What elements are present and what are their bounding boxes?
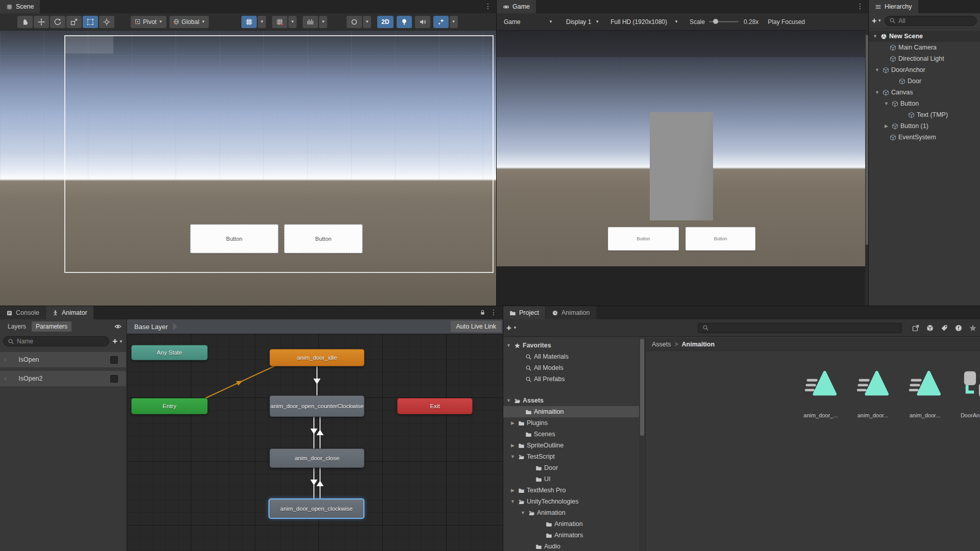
hierarchy-item-button[interactable]: ▼ Button xyxy=(869,98,980,109)
tree-item-door[interactable]: Door xyxy=(503,462,639,473)
tree-item-scenes[interactable]: Scenes xyxy=(503,429,639,440)
tree-item-animators[interactable]: Animators xyxy=(503,530,639,541)
scene-menu-kebab[interactable]: ⋮ xyxy=(484,3,492,10)
project-tree-scrollbar[interactable] xyxy=(639,338,645,551)
asset-item-dooranima[interactable]: DoorAnima... xyxy=(953,368,980,551)
animator-graph[interactable]: Any State anim_door_idle Entry Exit anim… xyxy=(127,334,503,551)
ui-button-1[interactable]: Button xyxy=(190,224,278,253)
hierarchy-item-canvas[interactable]: ▼ Canvas xyxy=(869,87,980,98)
tree-item-all-materials[interactable]: All Materials xyxy=(503,351,639,362)
tab-animator[interactable]: Animator xyxy=(46,306,93,319)
tree-item-all-prefabs[interactable]: All Prefabs xyxy=(503,373,639,385)
game-scrollbar-thumb[interactable] xyxy=(866,35,868,245)
game-ui-button-2[interactable]: Button xyxy=(685,227,755,251)
camera-view-button[interactable] xyxy=(347,16,362,28)
foldout-arrow[interactable]: ▼ xyxy=(872,34,878,39)
parameter-row-isopen[interactable]: ≡ IsOpen xyxy=(0,352,126,367)
tab-animation[interactable]: Animation xyxy=(546,306,596,319)
tab-game[interactable]: Game xyxy=(497,0,536,13)
animator-menu-kebab[interactable]: ⋮ xyxy=(490,309,497,316)
asset-item-anim-door-2[interactable]: anim_door... xyxy=(849,368,896,551)
tree-item-unitytechnologies[interactable]: ▼ UnityTechnologies xyxy=(503,496,639,507)
foldout-arrow[interactable]: ▼ xyxy=(505,343,512,348)
scene-lighting-button[interactable] xyxy=(397,16,412,28)
pivot-dropdown[interactable]: Pivot▼ xyxy=(131,16,166,28)
tree-item-textmesh-pro[interactable]: ▶ TextMesh Pro xyxy=(503,485,639,496)
foldout-arrow[interactable]: ▼ xyxy=(509,499,516,504)
asset-item-anim-door-3[interactable]: anim_door... xyxy=(901,368,948,551)
state-node-anim-door-open-clockwise[interactable]: anim_door_open_clockwise xyxy=(268,498,364,519)
tree-item-animation-child[interactable]: Animation xyxy=(503,518,639,530)
hand-tool-button[interactable] xyxy=(17,16,33,28)
auto-live-link-button[interactable]: Auto Live Link xyxy=(451,321,501,332)
info-icon[interactable] xyxy=(954,324,963,332)
grid-snap-button[interactable] xyxy=(241,16,257,28)
tab-console[interactable]: Console xyxy=(0,306,45,319)
scene-viewport[interactable]: Button Button xyxy=(0,31,497,306)
hierarchy-search-input[interactable]: All xyxy=(885,16,977,26)
increment-snap-button[interactable] xyxy=(272,16,287,28)
parameter-checkbox[interactable] xyxy=(110,356,118,364)
scale-slider-thumb[interactable] xyxy=(713,19,718,24)
asset-item-anim-door-1[interactable]: anim_door_... xyxy=(797,368,844,551)
drag-handle-icon[interactable]: ≡ xyxy=(4,376,6,381)
tree-item-assets[interactable]: ▼ Assets xyxy=(503,395,639,406)
layers-tab[interactable]: Layers xyxy=(4,321,30,332)
foldout-arrow[interactable]: ▶ xyxy=(509,420,516,425)
add-parameter-button[interactable]: +▼ xyxy=(112,336,123,346)
favorites-star-icon[interactable] xyxy=(969,324,977,332)
tab-project[interactable]: Project xyxy=(503,306,545,319)
state-node-anim-door-close[interactable]: anim_door_close xyxy=(270,448,364,468)
tag-icon[interactable] xyxy=(940,324,948,332)
game-ui-button-1[interactable]: Button xyxy=(608,227,679,251)
state-node-anim-door-idle[interactable]: anim_door_idle xyxy=(270,349,364,366)
increment-snap-dropdown[interactable]: ▼ xyxy=(288,16,297,28)
grid-snap-dropdown[interactable]: ▼ xyxy=(258,16,266,28)
global-dropdown[interactable]: Global▼ xyxy=(169,16,209,28)
parameters-tab[interactable]: Parameters xyxy=(32,321,71,332)
game-display-mode-dropdown[interactable]: Game▼ xyxy=(501,16,556,28)
tree-item-plugins[interactable]: ▶ Plugins xyxy=(503,417,639,429)
breadcrumb-current-folder[interactable]: Animaition xyxy=(682,341,715,348)
scene-effects-button[interactable] xyxy=(433,16,449,28)
hierarchy-item-main-camera[interactable]: Main Camera xyxy=(869,42,980,53)
rect-tool-button[interactable] xyxy=(83,16,98,28)
package-visibility-icon[interactable] xyxy=(926,324,934,332)
project-create-button[interactable]: +▼ xyxy=(506,323,517,333)
foldout-arrow[interactable]: ▼ xyxy=(883,101,890,106)
camera-view-dropdown[interactable]: ▼ xyxy=(363,16,371,28)
tree-item-animaition[interactable]: Animaition xyxy=(503,406,639,417)
scale-slider[interactable] xyxy=(709,21,739,22)
move-tool-button[interactable] xyxy=(34,16,49,28)
foldout-arrow[interactable]: ▼ xyxy=(520,510,526,515)
display-select-dropdown[interactable]: Display 1▼ xyxy=(563,16,602,28)
measure-tool-dropdown[interactable]: ▼ xyxy=(319,16,327,28)
state-node-exit[interactable]: Exit xyxy=(397,398,473,414)
tab-hierarchy[interactable]: Hierarchy xyxy=(869,0,918,13)
hierarchy-create-button[interactable]: +▼ xyxy=(872,16,881,26)
foldout-arrow[interactable]: ▶ xyxy=(509,443,516,448)
tree-item-spriteoutline[interactable]: ▶ SpriteOutline xyxy=(503,440,639,451)
parameter-search-input[interactable]: Name xyxy=(3,336,109,346)
parameter-row-isopen2[interactable]: ≡ IsOpen2 xyxy=(0,371,126,386)
lock-icon[interactable] xyxy=(479,309,486,316)
tree-item-favorites[interactable]: ▼ Favorites xyxy=(503,340,639,351)
parameter-checkbox[interactable] xyxy=(110,375,118,383)
breadcrumb-assets[interactable]: Assets xyxy=(652,341,671,348)
state-node-any-state[interactable]: Any State xyxy=(131,345,208,360)
breadcrumb-base-layer[interactable]: Base Layer xyxy=(127,323,168,331)
state-node-entry[interactable]: Entry xyxy=(131,398,208,414)
2d-mode-button[interactable]: 2D xyxy=(377,16,393,28)
scale-tool-button[interactable] xyxy=(66,16,82,28)
project-asset-grid[interactable]: anim_door_... anim_door... anim_door... … xyxy=(645,351,980,551)
hierarchy-item-eventsystem[interactable]: EventSystem xyxy=(869,132,980,143)
hierarchy-item-dooranchor[interactable]: ▼ DoorAnchor xyxy=(869,64,980,76)
game-menu-kebab[interactable]: ⋮ xyxy=(856,3,864,10)
resolution-dropdown[interactable]: Full HD (980x551)▼ xyxy=(607,16,681,28)
game-viewport[interactable]: Button Button xyxy=(497,31,869,306)
measure-tool-button[interactable] xyxy=(303,16,318,28)
game-scrollbar-track[interactable] xyxy=(865,31,869,306)
ui-button-2[interactable]: Button xyxy=(284,224,362,253)
drag-handle-icon[interactable]: ≡ xyxy=(4,357,6,362)
scene-effects-dropdown[interactable]: ▼ xyxy=(450,16,458,28)
